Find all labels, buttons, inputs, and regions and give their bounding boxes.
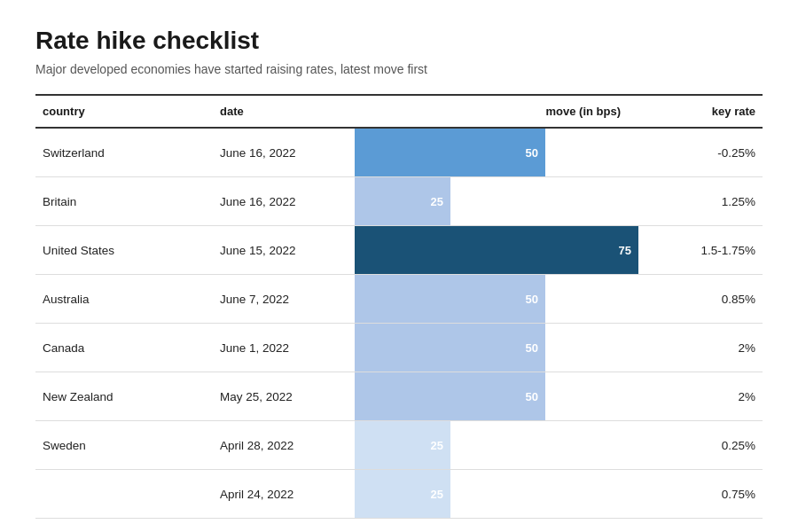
table-row: AustraliaJune 7, 2022500.85% [35, 275, 763, 324]
page-title: Rate hike checklist [35, 27, 763, 55]
cell-rate: 2% [674, 324, 763, 372]
table-row: New ZealandMay 25, 2022502% [35, 372, 763, 421]
cell-bar: 25 [355, 421, 674, 470]
cell-rate: 2% [674, 372, 763, 421]
move-bar: 25 [355, 177, 450, 225]
cell-country: United States [35, 226, 213, 275]
col-header-rate: key rate [674, 95, 763, 128]
col-header-move: move (in bps) [355, 95, 674, 128]
move-bar: 50 [355, 275, 545, 323]
cell-country [35, 470, 213, 519]
move-bar: 25 [355, 421, 450, 469]
table-row: United StatesJune 15, 2022751.5-1.75% [35, 226, 763, 275]
cell-date: April 28, 2022 [213, 421, 355, 470]
cell-rate: 1.25% [674, 177, 763, 226]
cell-country: New Zealand [35, 372, 213, 421]
cell-bar: 75 [355, 226, 674, 275]
page-subtitle: Major developed economies have started r… [35, 62, 763, 76]
cell-date: June 15, 2022 [213, 226, 355, 275]
cell-rate: 1.5-1.75% [674, 226, 763, 275]
cell-rate: 0.25% [674, 421, 763, 470]
cell-bar: 25 [355, 470, 674, 519]
cell-rate: 0.75% [674, 470, 763, 519]
table-row: April 24, 2022250.75% [35, 470, 763, 519]
cell-country: Britain [35, 177, 213, 226]
col-header-country: country [35, 95, 213, 128]
cell-date: April 24, 2022 [213, 470, 355, 519]
table-row: SwedenApril 28, 2022250.25% [35, 421, 763, 470]
cell-country: Australia [35, 275, 213, 324]
cell-date: June 16, 2022 [213, 128, 355, 177]
cell-rate: -0.25% [674, 128, 763, 177]
move-bar: 75 [355, 226, 638, 274]
move-bar: 50 [355, 129, 545, 176]
cell-country: Sweden [35, 421, 213, 470]
cell-date: June 7, 2022 [213, 275, 355, 324]
cell-bar: 50 [355, 372, 674, 421]
move-bar: 25 [355, 470, 450, 518]
cell-rate: 0.85% [674, 275, 763, 324]
move-bar: 50 [355, 372, 545, 420]
move-bar: 50 [355, 324, 545, 372]
table-row: SwitzerlandJune 16, 202250-0.25% [35, 128, 763, 177]
rate-hike-table: country date move (in bps) key rate Swit… [35, 94, 763, 519]
col-header-date: date [213, 95, 355, 128]
cell-bar: 50 [355, 128, 674, 177]
cell-country: Switzerland [35, 128, 213, 177]
table-row: BritainJune 16, 2022251.25% [35, 177, 763, 226]
cell-date: June 16, 2022 [213, 177, 355, 226]
cell-bar: 50 [355, 275, 674, 324]
cell-date: May 25, 2022 [213, 372, 355, 421]
table-row: CanadaJune 1, 2022502% [35, 324, 763, 372]
cell-country: Canada [35, 324, 213, 372]
cell-date: June 1, 2022 [213, 324, 355, 372]
cell-bar: 25 [355, 177, 674, 226]
cell-bar: 50 [355, 324, 674, 372]
